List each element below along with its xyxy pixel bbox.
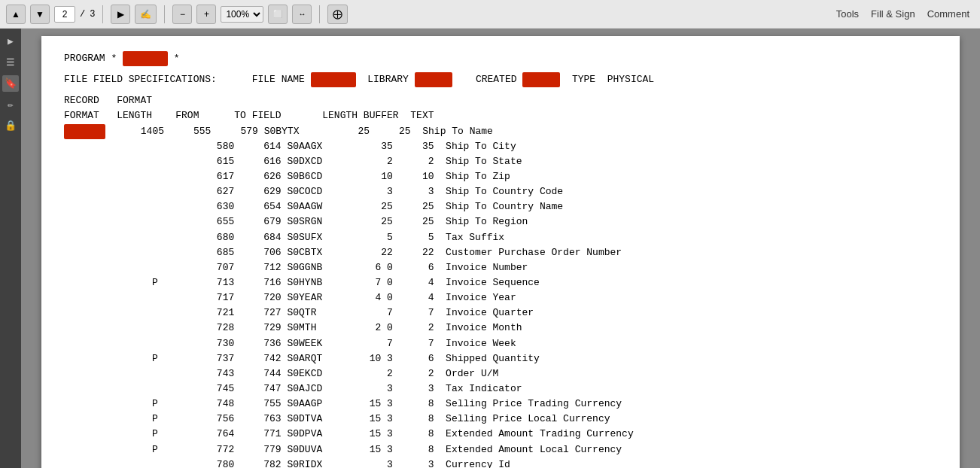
tools-button[interactable]: Tools: [832, 7, 863, 21]
select-tool2-button[interactable]: ⨁: [327, 5, 348, 24]
zoom-out-button[interactable]: −: [172, 5, 192, 24]
page-number-input[interactable]: [54, 6, 75, 23]
fit-page-button[interactable]: ⬜: [268, 5, 288, 24]
nav-up-button[interactable]: ▲: [6, 5, 26, 24]
nav-down-button[interactable]: ▼: [30, 5, 50, 24]
divider-2: [164, 5, 165, 23]
select-tool-button[interactable]: ▶: [111, 5, 130, 24]
page-total: 3: [90, 9, 95, 20]
divider-3: [319, 5, 320, 23]
zoom-select[interactable]: 50% 75% 100% 125% 150% 200%: [221, 6, 263, 23]
toolbar-right: Tools Fill & Sign Comment: [832, 7, 974, 21]
zoom-in-button[interactable]: +: [196, 5, 216, 24]
fit-width-button[interactable]: ↔: [292, 5, 312, 24]
toolbar-left: ▲ ▼ / 3 ▶ ✍ − + 50% 75% 100% 125% 150% 2…: [6, 5, 832, 24]
pan-tool-button[interactable]: ✍: [135, 5, 157, 24]
toolbar: ▲ ▼ / 3 ▶ ✍ − + 50% 75% 100% 125% 150% 2…: [0, 0, 980, 29]
divider-1: [102, 5, 103, 23]
fill-sign-button[interactable]: Fill & Sign: [866, 7, 920, 21]
comment-button[interactable]: Comment: [923, 7, 974, 21]
page-separator: /: [80, 9, 85, 20]
